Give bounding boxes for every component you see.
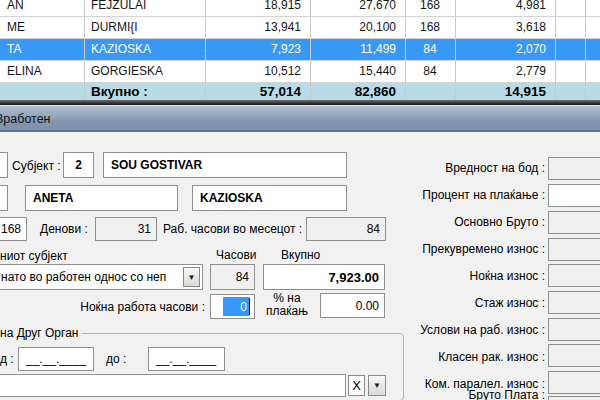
- total-header: Вкупно: [281, 248, 320, 262]
- cell-surname: DURMI{I: [84, 16, 205, 38]
- total-value2: 82,860: [310, 82, 405, 100]
- night-amount-field: [548, 264, 600, 287]
- cell-hours: 168: [405, 0, 455, 16]
- date-from-label: д :: [0, 352, 14, 366]
- other-organ-label: на Друг Орган: [0, 326, 82, 340]
- subject-name-field[interactable]: SOU GOSTIVAR: [103, 152, 347, 178]
- parallel-amount-field: [548, 371, 600, 394]
- point-value-label: Вредност на бод :: [320, 161, 545, 175]
- grid-line: [0, 60, 600, 61]
- work-status-combobox[interactable]: нато во работен однос со неп ▼: [0, 264, 203, 290]
- subject-label: Субјект :: [12, 159, 61, 173]
- night-hours-label: Ноќна работа часови :: [58, 300, 205, 314]
- night-amount-label: Ноќна износ :: [320, 269, 545, 283]
- total-label: Вкупно :: [84, 82, 205, 100]
- cell-value1: 18,915: [205, 0, 310, 16]
- percent-paying-field[interactable]: [548, 184, 600, 207]
- table-total-row: Вкупно : 57,014 82,860 14,915: [0, 82, 600, 100]
- cell-hours: 84: [405, 60, 455, 82]
- table-row[interactable]: ME DURMI{I 13,941 20,100 168 3,618: [0, 16, 600, 38]
- text-cursor: [249, 298, 250, 315]
- work-section-label: ниот субјект: [0, 249, 68, 263]
- percent-pay-label-line2: плаќањ: [256, 305, 318, 318]
- cell-name: AN: [0, 0, 84, 16]
- grid-line: [0, 38, 600, 39]
- cell-value3: 2,779: [455, 60, 555, 82]
- point-value-field: [548, 157, 600, 180]
- cell-value2: 20,100: [310, 16, 405, 38]
- work-hours-field: 84: [210, 264, 255, 290]
- cell-value1: 13,941: [205, 16, 310, 38]
- grid-line: [0, 16, 600, 17]
- cell-value2: 11,499: [310, 38, 405, 60]
- cell-value2: 27,670: [310, 0, 405, 16]
- base-gross-label: Основно Бруто :: [320, 215, 545, 229]
- cell-value3: 3,618: [455, 16, 555, 38]
- total-value1: 57,014: [205, 82, 310, 100]
- grid-line: [0, 82, 600, 83]
- selected-text: 0: [223, 297, 249, 316]
- days-field: 31: [95, 217, 157, 241]
- gross-salary-label: Бруто Плата :: [320, 388, 545, 400]
- grid-line: [205, 0, 206, 100]
- cell-value2: 15,440: [310, 60, 405, 82]
- total-value3: 14,915: [455, 82, 555, 100]
- cell-surname: KAZIOSKA: [84, 38, 205, 60]
- overtime-amount-field: [548, 238, 600, 261]
- cell-hours: 84: [405, 38, 455, 60]
- date-to-label: до :: [106, 352, 126, 366]
- subject-code-field[interactable]: 2: [63, 152, 94, 178]
- cell-hours: 168: [405, 16, 455, 38]
- overtime-amount-label: Прекувремено износ :: [320, 242, 545, 256]
- grid-line: [585, 0, 586, 100]
- seniority-amount-label: Стаж износ :: [320, 296, 545, 310]
- app-window: AN FEJZULAI 18,915 27,670 168 4,981 ME D…: [0, 0, 600, 400]
- first-name-field[interactable]: ANETA: [25, 185, 178, 211]
- employee-table: AN FEJZULAI 18,915 27,670 168 4,981 ME D…: [0, 0, 600, 100]
- base-gross-field: [548, 211, 600, 234]
- cell-value3: 4,981: [455, 0, 555, 16]
- class-manager-amount-field: [548, 344, 600, 367]
- class-manager-amount-label: Класен рак. износ :: [320, 350, 545, 364]
- hours-168-field[interactable]: 168: [0, 217, 27, 241]
- chevron-down-icon[interactable]: ▼: [183, 267, 200, 287]
- gross-salary-field: [548, 396, 600, 400]
- cut-field[interactable]: [0, 152, 8, 178]
- grid-line: [455, 0, 456, 100]
- dialog-title: Вработен: [0, 112, 51, 126]
- table-row-selected[interactable]: TA KAZIOSKA 7,923 11,499 84 2,070: [0, 38, 600, 60]
- table-row[interactable]: ELINA GORGIESKA 10,512 15,440 84 2,779: [0, 60, 600, 82]
- table-row[interactable]: AN FEJZULAI 18,915 27,670 168 4,981: [0, 0, 600, 16]
- work-conditions-amount-field: [548, 318, 600, 341]
- percent-paying-label: Процент на плаќање :: [320, 188, 545, 202]
- cell-surname: FEJZULAI: [84, 0, 205, 16]
- grid-line: [555, 0, 556, 100]
- other-organ-combobox[interactable]: [0, 374, 346, 397]
- cell-name: TA: [0, 38, 84, 60]
- month-hours-label: Раб. часови во месецот :: [163, 222, 302, 236]
- seniority-amount-field: [548, 291, 600, 314]
- cell-value1: 10,512: [205, 60, 310, 82]
- grid-line: [310, 0, 311, 100]
- cell-name: ELINA: [0, 60, 84, 82]
- cell-name: ME: [0, 16, 84, 38]
- cell-value3: 2,070: [455, 38, 555, 60]
- days-label: Денови :: [40, 222, 88, 236]
- hours-header: Часови: [216, 248, 257, 262]
- work-conditions-amount-label: Услови на раб. износ :: [320, 323, 545, 337]
- grid-line: [405, 0, 406, 100]
- dialog-titlebar[interactable]: Вработен: [0, 105, 600, 132]
- date-from-input[interactable]: __.__.____: [18, 347, 94, 371]
- work-status-combobox-text: нато во работен однос со неп: [1, 270, 166, 284]
- date-to-input[interactable]: __.__.____: [148, 347, 225, 371]
- grid-line: [84, 0, 85, 100]
- percent-pay-label: % на плаќањ: [256, 292, 318, 318]
- night-hours-input[interactable]: 0: [210, 294, 255, 319]
- cut-field[interactable]: [0, 185, 8, 211]
- cell-surname: GORGIESKA: [84, 60, 205, 82]
- cell-value1: 7,923: [205, 38, 310, 60]
